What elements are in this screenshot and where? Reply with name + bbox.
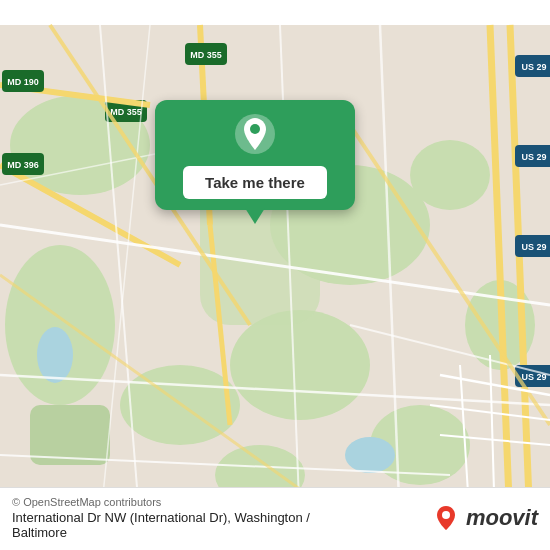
svg-point-12 <box>37 327 73 383</box>
svg-point-8 <box>410 140 490 210</box>
take-me-there-button[interactable]: Take me there <box>183 166 327 199</box>
svg-text:US 29: US 29 <box>521 62 546 72</box>
svg-text:US 29: US 29 <box>521 242 546 252</box>
svg-point-55 <box>442 511 450 519</box>
moovit-logo: moovit <box>432 504 538 532</box>
svg-point-13 <box>345 437 395 473</box>
location-text: International Dr NW (International Dr), … <box>12 510 310 540</box>
location-pin-icon <box>233 112 277 156</box>
svg-text:MD 355: MD 355 <box>110 107 142 117</box>
svg-text:MD 355: MD 355 <box>190 50 222 60</box>
svg-text:US 29: US 29 <box>521 152 546 162</box>
location-line2: Baltimore <box>12 525 67 540</box>
map-container: US 29 US 29 US 29 US 29 MD 355 MD 355 MD… <box>0 0 550 550</box>
copyright-text: © OpenStreetMap contributors <box>12 496 310 508</box>
info-left: © OpenStreetMap contributors Internation… <box>12 496 310 540</box>
green-card[interactable]: Take me there <box>155 100 355 210</box>
map-background: US 29 US 29 US 29 US 29 MD 355 MD 355 MD… <box>0 0 550 550</box>
info-bar: © OpenStreetMap contributors Internation… <box>0 487 550 550</box>
svg-text:MD 190: MD 190 <box>7 77 39 87</box>
moovit-pin-icon <box>432 504 460 532</box>
moovit-brand-name: moovit <box>466 505 538 531</box>
button-overlay: Take me there <box>145 100 365 210</box>
location-line1: International Dr NW (International Dr), … <box>12 510 310 525</box>
svg-point-54 <box>250 124 260 134</box>
svg-text:MD 396: MD 396 <box>7 160 39 170</box>
svg-point-4 <box>230 310 370 420</box>
